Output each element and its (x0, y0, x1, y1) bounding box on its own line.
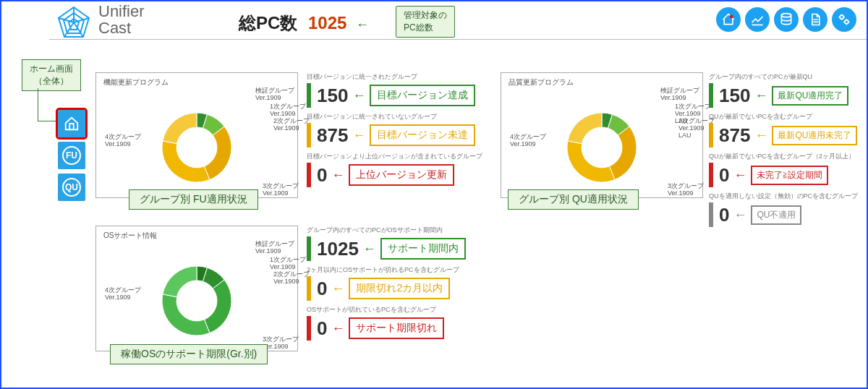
card-os: OSサポート情報 検証グループVer.19091次グループVer.19092次グ… (95, 226, 298, 351)
dashboard-icon[interactable] (716, 7, 741, 32)
arrow-left-icon: ← (733, 168, 746, 183)
metric-value: 0 (719, 164, 729, 187)
metric-bar (709, 83, 713, 108)
metric-row: 目標バージョンより上位バージョンが含まれているグループ 0 ← 上位バージョン更… (307, 152, 495, 187)
donut-legend-item: 1次グループVer.1909 (270, 257, 306, 271)
metric-row: OSサポートが切れているPCを含むグループ 0 ← サポート期限切れ (307, 305, 509, 341)
brand-name: UnifierCast (98, 3, 145, 36)
total-pc-note: 管理対象の PC総数 (396, 6, 455, 38)
donut-qu: 検証グループVer.19091次グループVer.1909LAU2次グループVer… (509, 90, 695, 199)
metric-label: サポート期間内 (380, 238, 466, 260)
donut-legend-item: 4次グループVer.1909 (510, 134, 546, 148)
brand-logo-icon (56, 4, 92, 40)
callout-qu: グループ別 QU適用状況 (508, 189, 639, 210)
metric-title: グループ内のすべてのPCがOSサポート期間内 (307, 226, 509, 235)
chart-icon[interactable] (745, 7, 770, 32)
metric-label: 上位バージョン更新 (349, 164, 454, 186)
arrow-left-icon: ← (352, 128, 365, 143)
metric-value: 875 (317, 124, 348, 147)
arrow-left-icon: ← (363, 241, 376, 257)
donut-fu: 検証グループVer.19091次グループVer.19092次グループVer.19… (103, 90, 290, 199)
card-os-title: OSサポート情報 (103, 231, 290, 241)
metric-value: 0 (317, 317, 327, 340)
metric-value: 0 (317, 278, 327, 300)
metrics-fu: 目標バージョンに統一されたグループ 150 ← 目標バージョン達成 目標バージョ… (307, 72, 495, 192)
metric-label: 目標バージョン達成 (370, 85, 475, 106)
donut-legend-item: 2次グループVer.1909 (273, 271, 310, 286)
nav-fu[interactable]: FU (58, 142, 85, 169)
metric-title: OSサポートが切れているPCを含むグループ (307, 305, 509, 315)
metric-title: 目標バージョンより上位バージョンが含まれているグループ (307, 152, 495, 161)
metric-row: グループ内のすべてのPCがOSサポート期間内 1025 ← サポート期間内 (307, 226, 509, 261)
metric-value: 0 (317, 164, 327, 187)
metric-row: 目標バージョンに統一されていないグループ 875 ← 目標バージョン未達 (307, 112, 495, 148)
donut-legend-item: 1次グループVer.1909 (270, 103, 306, 118)
metric-bar (307, 123, 311, 148)
arrow-left-icon: ← (754, 128, 767, 143)
metric-bar (709, 123, 713, 148)
arrow-left-icon: ← (754, 88, 767, 103)
callout-os: 稼働OSのサポート期限(Gr.別) (110, 344, 268, 364)
donut-legend-item: 4次グループVer.1909 (105, 287, 141, 302)
svg-point-11 (845, 20, 848, 24)
top-icon-bar (716, 7, 856, 32)
document-icon[interactable] (803, 7, 827, 32)
metric-bar (307, 236, 311, 261)
donut-legend-item: 検証グループVer.1909 (255, 87, 294, 102)
metric-value: 150 (317, 85, 348, 107)
metric-label: QU不適用 (751, 205, 801, 225)
metric-label: 期限切れ2カ月以内 (349, 278, 450, 299)
nav-home[interactable] (58, 110, 85, 137)
metrics-qu: グループ内のすべてのPCが最新QU 150 ← 最新QU適用完了 QUが最新でな… (709, 72, 864, 231)
metric-bar (709, 163, 713, 187)
donut-legend-item: 4次グループVer.1909 (105, 134, 141, 148)
svg-point-9 (781, 14, 791, 17)
donut-legend-item: 3次グループVer.1909 (263, 183, 299, 197)
metric-title: QUが最新でないPCを含むグループ（2ヶ月以上） (709, 152, 864, 161)
metric-row: QUを適用しない設定（無効）のPCを含むグループ 0 ← QU不適用 (709, 192, 864, 227)
card-qu: 品質更新プログラム 検証グループVer.19091次グループVer.1909LA… (501, 72, 703, 198)
side-nav: FU QU (58, 110, 85, 201)
metrics-os: グループ内のすべてのPCがOSサポート期間内 1025 ← サポート期間内 2ヶ… (307, 226, 509, 345)
donut-legend-item: 検証グループVer.1909 (255, 241, 294, 255)
metric-bar (307, 276, 311, 301)
metric-label: 目標バージョン未達 (370, 124, 475, 146)
total-pc-value: 1025 (308, 13, 346, 33)
home-connector-line (38, 88, 59, 121)
metric-title: QUを適用しない設定（無効）のPCを含むグループ (709, 192, 864, 201)
metric-value: 1025 (317, 238, 359, 260)
metric-value: 875 (719, 124, 750, 147)
app-frame: UnifierCast 総PC数 1025 ← 管理対象の PC総数 ホーム画面… (0, 0, 868, 389)
nav-qu[interactable]: QU (58, 174, 85, 201)
metric-bar (307, 316, 311, 341)
arrow-left-icon: ← (331, 321, 344, 336)
metric-row: QUが最新でないPCを含むグループ（2ヶ月以上） 0 ← 未完了≧設定期間 (709, 152, 864, 187)
metric-row: グループ内のすべてのPCが最新QU 150 ← 最新QU適用完了 (709, 72, 864, 108)
metric-title: 目標バージョンに統一されていないグループ (307, 112, 495, 121)
metric-label: 未完了≧設定期間 (751, 166, 828, 185)
metric-row: 目標バージョンに統一されたグループ 150 ← 目標バージョン達成 (307, 72, 495, 108)
metric-bar (709, 202, 713, 227)
metric-title: QUが最新でないPCを含むグループ (709, 112, 864, 121)
donut-legend-item: 3次グループVer.1909 (668, 183, 704, 197)
metric-label: 最新QU適用未完了 (772, 126, 857, 145)
svg-point-10 (840, 15, 843, 19)
database-icon[interactable] (774, 7, 799, 32)
settings-icon[interactable] (832, 7, 856, 32)
metric-value: 150 (719, 85, 750, 107)
card-qu-title: 品質更新プログラム (509, 77, 695, 87)
svg-point-8 (730, 14, 733, 18)
metric-label: サポート期限切れ (349, 317, 444, 339)
arrow-left-icon: ← (352, 88, 365, 103)
arrow-left-icon: ← (733, 208, 746, 223)
metric-row: 2ヶ月以内にOSサポートが切れるPCを含むグループ 0 ← 期限切れ2カ月以内 (307, 265, 509, 301)
card-fu: 機能更新プログラム 検証グループVer.19091次グループVer.19092次… (95, 72, 298, 198)
metric-value: 0 (719, 204, 729, 226)
callout-fu: グループ別 FU適用状況 (129, 189, 258, 210)
donut-legend-item: 検証グループVer.1909 (660, 87, 699, 102)
metric-bar (307, 83, 311, 108)
total-pc-title: 総PC数 1025 ← (239, 12, 373, 35)
donut-legend-item: 2次グループVer.1909 (273, 118, 310, 132)
metric-row: QUが最新でないPCを含むグループ 875 ← 最新QU適用未完了 (709, 112, 864, 148)
donut-os: 検証グループVer.19091次グループVer.19092次グループVer.19… (103, 244, 290, 352)
